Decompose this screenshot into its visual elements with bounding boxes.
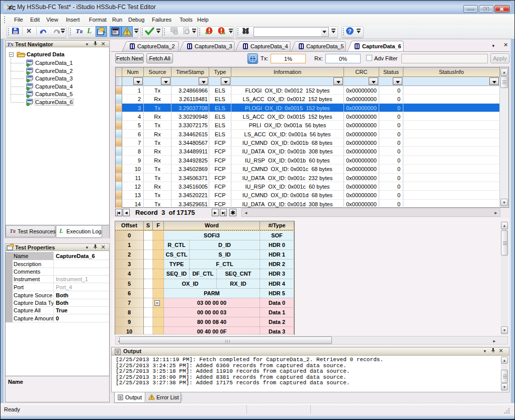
svg-text:?: ? [348, 28, 352, 34]
svg-text:FC: FC [9, 6, 16, 11]
